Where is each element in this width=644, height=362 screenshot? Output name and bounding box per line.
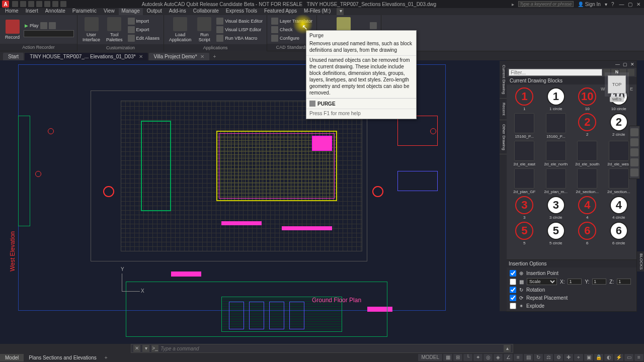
app-logo[interactable]: A — [2, 1, 9, 8]
cmd-expand-icon[interactable]: ▴ — [504, 345, 511, 352]
compass-n[interactable]: N — [615, 69, 619, 74]
scale-y-input[interactable] — [592, 279, 606, 285]
status-workspace-icon[interactable]: ⚙ — [554, 354, 563, 361]
status-annoscale-icon[interactable]: ⚖ — [544, 354, 553, 361]
status-otrack-icon[interactable]: ∠ — [504, 354, 513, 361]
status-3dosnap-icon[interactable]: ◈ — [494, 354, 503, 361]
tab-tiny-house[interactable]: TINY HOUSE_TRP007_... Elevations_01_D03*… — [25, 53, 147, 60]
export-button[interactable]: Export — [127, 26, 161, 34]
menu-addins[interactable]: Add-ins — [166, 8, 189, 15]
palette-tab-current[interactable]: Current Drawing — [500, 61, 507, 99]
user-interface-button[interactable]: User Interface — [80, 16, 102, 43]
nav-zoom-icon[interactable] — [630, 148, 638, 156]
status-hardware-icon[interactable]: ⚡ — [614, 354, 623, 361]
menu-collaborate[interactable]: Collaborate — [190, 8, 222, 15]
scale-checkbox[interactable] — [510, 279, 516, 285]
menu-manage[interactable]: Manage — [119, 8, 143, 15]
share-icon[interactable]: ▸ — [512, 2, 514, 7]
block-thumbnail[interactable]: 66 — [573, 222, 602, 245]
qat-saveas-icon[interactable] — [36, 1, 42, 7]
status-transparency-icon[interactable]: ▤ — [524, 354, 533, 361]
scale-z-input[interactable] — [617, 279, 631, 285]
status-cycling-icon[interactable]: ↻ — [534, 354, 543, 361]
status-lineweight-icon[interactable]: ≡ — [514, 354, 523, 361]
block-filter-input[interactable] — [509, 69, 602, 76]
menu-mfiles[interactable]: M-Files (M:) — [301, 8, 334, 15]
menu-annotate[interactable]: Annotate — [42, 8, 68, 15]
record-button[interactable]: Record — [3, 19, 22, 41]
block-thumbnail[interactable]: 11 circle — [541, 87, 571, 111]
add-layout-button[interactable]: + — [102, 354, 111, 361]
view-cube[interactable]: N S E W TOP WCS — [602, 70, 632, 111]
block-thumbnail[interactable]: 33 — [510, 196, 539, 220]
status-annomon-icon[interactable]: ✚ — [564, 354, 573, 361]
nav-orbit-icon[interactable] — [630, 158, 638, 166]
qat-undo-icon[interactable] — [52, 1, 58, 7]
qat-save-icon[interactable] — [28, 1, 34, 7]
compass-s[interactable]: S — [615, 97, 618, 102]
block-thumbnail[interactable]: 15160_P... — [510, 113, 539, 139]
menu-insert[interactable]: Insert — [23, 8, 41, 15]
keyword-search-input[interactable] — [518, 1, 574, 7]
qat-redo-icon[interactable] — [60, 1, 66, 7]
block-thumbnail[interactable]: 1010 — [573, 87, 602, 111]
close-icon[interactable]: ✕ — [139, 54, 143, 59]
repeat-checkbox[interactable] — [510, 295, 516, 301]
compass-w[interactable]: W — [601, 86, 605, 92]
model-tab[interactable]: Model — [0, 354, 24, 361]
status-isolate-icon[interactable]: ◐ — [604, 354, 613, 361]
palette-max-icon[interactable]: ▢ — [623, 62, 627, 67]
rotation-checkbox[interactable] — [510, 287, 516, 293]
status-clean-icon[interactable]: ▭ — [624, 354, 633, 361]
run-script-button[interactable]: Run Script — [195, 16, 213, 43]
command-input[interactable] — [160, 346, 502, 351]
maximize-button[interactable]: ▢ — [626, 2, 633, 7]
status-quickprops-icon[interactable]: ▣ — [584, 354, 593, 361]
palette-min-icon[interactable]: — — [615, 62, 620, 67]
menu-express[interactable]: Express Tools — [223, 8, 260, 15]
nav-pan-icon[interactable] — [630, 138, 638, 146]
status-units-icon[interactable]: ⌖ — [574, 354, 583, 361]
blocks-palette-label[interactable]: BLOCKS — [637, 251, 644, 272]
insertion-options-header[interactable]: Insertion Options — [507, 260, 636, 267]
status-grid-icon[interactable]: ▦ — [443, 354, 452, 361]
signin-button[interactable]: 👤 Sign In — [578, 2, 601, 7]
block-thumbnail[interactable]: 11 — [510, 87, 539, 111]
vb-editor-button[interactable]: Visual Basic Editor — [215, 17, 264, 25]
palette-tab-recent[interactable]: Recent — [500, 99, 507, 120]
menu-parametric[interactable]: Parametric — [69, 8, 100, 15]
play-opt1-icon[interactable] — [40, 22, 47, 29]
tab-villa[interactable]: Villa Project Demo*✕ — [149, 53, 209, 60]
menu-featured[interactable]: Featured Apps — [261, 8, 300, 15]
explode-checkbox[interactable] — [510, 303, 516, 309]
menu-output[interactable]: Output — [144, 8, 165, 15]
layout-tab[interactable]: Plans Sections and Elevations — [24, 354, 102, 361]
nav-wheel-icon[interactable] — [630, 128, 638, 136]
qat-new-icon[interactable] — [12, 1, 18, 7]
block-thumbnail[interactable]: 55 — [510, 222, 539, 245]
block-thumbnail[interactable]: 2d_ele_east — [510, 141, 539, 166]
palette-close-icon[interactable]: ✕ — [630, 62, 634, 67]
edit-aliases-button[interactable]: Edit Aliases — [127, 34, 161, 42]
add-tab-button[interactable]: + — [210, 53, 219, 60]
block-thumbnail[interactable]: 2d_ele_south — [573, 141, 602, 166]
block-thumbnail[interactable]: 2d_plan_m... — [541, 168, 571, 194]
ribbon-collapse-icon[interactable]: ▾ — [337, 8, 344, 15]
block-thumbnail[interactable]: 44 circle — [604, 196, 634, 220]
purge-button[interactable] — [369, 22, 378, 30]
status-osnap-icon[interactable]: ◎ — [484, 354, 493, 361]
load-application-button[interactable]: Load Application — [167, 16, 193, 43]
menu-home[interactable]: Home — [2, 8, 22, 15]
minimize-button[interactable]: — — [618, 2, 625, 7]
qat-open-icon[interactable] — [20, 1, 26, 7]
scale-mode-select[interactable]: Scale — [527, 278, 557, 285]
close-icon[interactable]: ✕ — [200, 54, 204, 59]
status-polar-icon[interactable]: ✦ — [473, 354, 482, 361]
close-button[interactable]: ✕ — [635, 2, 642, 7]
macro-name-input[interactable] — [24, 30, 74, 37]
nav-showmotion-icon[interactable] — [630, 168, 638, 176]
tool-palettes-button[interactable]: Tool Palettes — [104, 16, 125, 43]
import-button[interactable]: Import — [127, 17, 161, 25]
cart-icon[interactable]: ▾ — [605, 2, 607, 7]
block-thumbnail[interactable]: 2d_ele_north — [541, 141, 571, 166]
